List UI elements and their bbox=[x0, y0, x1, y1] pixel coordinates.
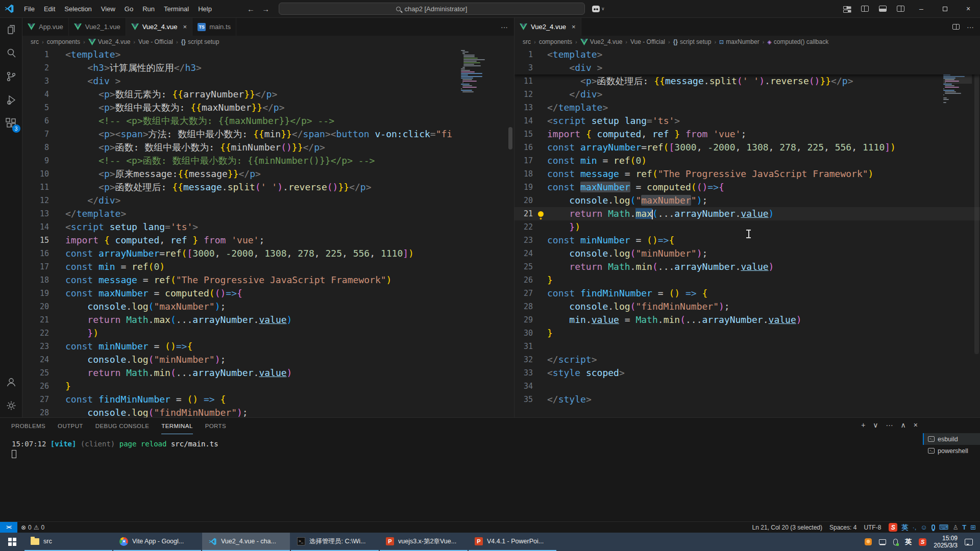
terminal-output[interactable]: 15:07:12 [vite] (client) page reload src… bbox=[0, 434, 980, 461]
scrollbar-slider[interactable] bbox=[974, 68, 979, 354]
code-line-16[interactable]: 16const arrayNumber=ref([3000, -2000, 13… bbox=[514, 141, 980, 154]
code-line-12[interactable]: 12 </div> bbox=[22, 194, 514, 207]
code-line-18[interactable]: 18const message = ref("The Progressive J… bbox=[22, 273, 514, 287]
terminal-profile-dropdown-icon[interactable]: ∨ bbox=[873, 421, 878, 429]
code-line-16[interactable]: 16const arrayNumber=ref([3000, -2000, 13… bbox=[22, 247, 514, 260]
code-line-19[interactable]: 19const maxNumber = computed(()=>{ bbox=[514, 181, 980, 194]
panel-tab-terminal[interactable]: TERMINAL bbox=[161, 418, 192, 434]
code-line-4[interactable]: 4 <p>数组元素为: {{arrayNumber}}</p> bbox=[22, 88, 514, 101]
code-line-20[interactable]: 20 console.log("maxNumber"); bbox=[22, 300, 514, 313]
code-line-21[interactable]: 21 return Math.max(...arrayNumber.value) bbox=[22, 313, 514, 327]
microphone-icon[interactable] bbox=[932, 524, 935, 530]
panel-tab-debug-console[interactable]: DEBUG CONSOLE bbox=[95, 418, 150, 434]
code-line-6[interactable]: 6 <!-- <p>数组中最大数为: {{maxNumber}}</p> --> bbox=[22, 114, 514, 128]
network-icon[interactable] bbox=[879, 539, 886, 544]
code-line-3[interactable]: 3 <div > bbox=[22, 74, 514, 88]
more-actions-icon[interactable]: ··· bbox=[501, 23, 508, 31]
code-line-13[interactable]: 13</template> bbox=[22, 207, 514, 220]
code-line-26[interactable]: 26} bbox=[22, 380, 514, 393]
breadcrumb-item-components[interactable]: components bbox=[539, 38, 572, 45]
code-line-2[interactable]: 2 <h3>计算属性的应用</h3> bbox=[22, 61, 514, 74]
scrollbar-slider[interactable] bbox=[508, 127, 512, 149]
close-panel-icon[interactable]: × bbox=[914, 421, 918, 429]
toggle-primary-sidebar-icon[interactable] bbox=[861, 6, 869, 12]
tab-App.vue[interactable]: App.vue bbox=[22, 18, 69, 36]
taskbar-item-ppt[interactable]: Pvuejs3.x-第2章Vue... bbox=[380, 533, 468, 551]
breadcrumb-item-src[interactable]: src bbox=[31, 38, 39, 45]
code-editor-right[interactable]: 1<template>3 <div > 11 <p>函数处理后: {{messa… bbox=[514, 48, 980, 417]
copilot-button[interactable]: ∨ bbox=[592, 6, 605, 12]
remote-indicator[interactable]: >< bbox=[0, 522, 17, 533]
code-line-24[interactable]: 24 console.log("minNumber"); bbox=[514, 247, 980, 260]
code-line-17[interactable]: 17const min = ref(0) bbox=[22, 260, 514, 273]
indentation-status[interactable]: Spaces: 4 bbox=[826, 522, 860, 533]
code-line-27[interactable]: 27const findMinNumber = () => { bbox=[22, 393, 514, 406]
code-line-35[interactable]: 35</style> bbox=[514, 393, 980, 406]
code-line-11[interactable]: 11 <p>函数处理后: {{message.split(' ').revers… bbox=[514, 74, 980, 88]
code-line-21[interactable]: 21 return Math.max(...arrayNumber.value) bbox=[514, 207, 980, 220]
split-editor-icon[interactable] bbox=[952, 24, 960, 30]
code-line-27[interactable]: 27const findMinNumber = () => { bbox=[514, 287, 980, 300]
code-line-14[interactable]: 14<script setup lang='ts'> bbox=[22, 220, 514, 234]
problems-status[interactable]: ⊗0 ⚠0 bbox=[17, 522, 48, 533]
breadcrumb-item-script-setup[interactable]: {}script setup bbox=[181, 38, 219, 45]
account-icon[interactable] bbox=[0, 370, 22, 394]
panel-tab-output[interactable]: OUTPUT bbox=[58, 418, 83, 434]
menu-run[interactable]: Run bbox=[138, 0, 159, 17]
breadcrumb-item-vue2_4.vue[interactable]: Vue2_4.vue bbox=[88, 38, 131, 45]
code-line-26[interactable]: 26} bbox=[514, 273, 980, 287]
close-icon[interactable]: × bbox=[572, 23, 576, 31]
emoji-icon[interactable]: ☺ bbox=[920, 523, 927, 531]
terminal-session-esbuild[interactable]: >_esbuild bbox=[923, 433, 980, 445]
code-line-32[interactable]: 32</script> bbox=[514, 353, 980, 366]
menu-selection[interactable]: Selection bbox=[60, 0, 96, 17]
code-line-33[interactable]: 33<style scoped> bbox=[514, 366, 980, 380]
explorer-icon[interactable] bbox=[0, 18, 22, 41]
taskbar-item-folder[interactable]: src bbox=[24, 533, 112, 551]
close-button[interactable]: × bbox=[957, 0, 980, 18]
code-line-8[interactable]: 8 <p>函数: 数组中最小数为: {{minNumber()}}</p> bbox=[22, 141, 514, 154]
start-button[interactable] bbox=[0, 533, 24, 551]
code-line-15[interactable]: 15import { computed, ref } from 'vue'; bbox=[22, 234, 514, 247]
account-icon[interactable]: ♙ bbox=[952, 524, 958, 531]
encoding-status[interactable]: UTF-8 bbox=[860, 522, 885, 533]
code-line-14[interactable]: 14<script setup lang='ts'> bbox=[514, 114, 980, 128]
code-line-9[interactable]: 9 <!-- <p>函数: 数组中最小数为: {{minNumber()}}</… bbox=[22, 154, 514, 167]
back-button[interactable]: ← bbox=[247, 5, 255, 13]
toolbox-grid-icon[interactable]: ⊞ bbox=[970, 523, 976, 531]
forward-button[interactable]: → bbox=[262, 5, 270, 13]
tab-Vue2_4.vue[interactable]: Vue2_4.vue× bbox=[126, 18, 193, 36]
code-line-1[interactable]: 1<template> bbox=[22, 48, 514, 61]
sogou-logo-icon[interactable]: S bbox=[889, 523, 897, 532]
menu-file[interactable]: File bbox=[19, 0, 39, 17]
minimap[interactable] bbox=[461, 50, 484, 93]
menu-edit[interactable]: Edit bbox=[39, 0, 60, 17]
taskbar-item-chrome[interactable]: Vite App - Googl... bbox=[113, 533, 201, 551]
ime-language-toggle[interactable]: 英 bbox=[901, 523, 908, 532]
minimize-button[interactable]: – bbox=[910, 0, 933, 18]
code-line-20[interactable]: 20 console.log("maxNumber"); bbox=[514, 194, 980, 207]
code-line-28[interactable]: 28 console.log("findMinNumber"); bbox=[22, 406, 514, 417]
close-icon[interactable]: × bbox=[183, 23, 187, 31]
code-line-5[interactable]: 5 <p>数组中最大数为: {{maxNumber}}</p> bbox=[22, 101, 514, 114]
code-line-15[interactable]: 15import { computed, ref } from 'vue'; bbox=[514, 128, 980, 141]
code-line-31[interactable]: 31 bbox=[514, 340, 980, 353]
code-line-24[interactable]: 24 console.log("minNumber"); bbox=[22, 353, 514, 366]
taskbar-item-cmd[interactable]: >_选择管理员: C:\Wi... bbox=[291, 533, 379, 551]
menu-go[interactable]: Go bbox=[120, 0, 138, 17]
code-line-22[interactable]: 22 }) bbox=[22, 327, 514, 340]
cursor-position-status[interactable]: Ln 21, Col 20 (3 selected) bbox=[749, 522, 826, 533]
menu-terminal[interactable]: Terminal bbox=[159, 0, 193, 17]
code-line-17[interactable]: 17const min = ref(0) bbox=[514, 154, 980, 167]
code-line-12[interactable]: 12 </div> bbox=[514, 88, 980, 101]
code-line-34[interactable]: 34 bbox=[514, 380, 980, 393]
code-line-7[interactable]: 7 <p><span>方法: 数组中最小数为: {{min}}</span><b… bbox=[22, 128, 514, 141]
menu-view[interactable]: View bbox=[96, 0, 120, 17]
command-center-search[interactable]: chap2 [Administrator] bbox=[279, 3, 585, 15]
terminal-session-powershell[interactable]: >_powershell bbox=[923, 445, 980, 457]
breadcrumb-item-maxnumber[interactable]: ⊡maxNumber bbox=[719, 38, 760, 45]
breadcrumb-item-vue2_4.vue[interactable]: Vue2_4.vue bbox=[580, 38, 623, 45]
settings-gear-icon[interactable] bbox=[0, 394, 22, 417]
code-line-11[interactable]: 11 <p>函数处理后: {{message.split(' ').revers… bbox=[22, 181, 514, 194]
code-line-23[interactable]: 23const minNumber = ()=>{ bbox=[22, 340, 514, 353]
